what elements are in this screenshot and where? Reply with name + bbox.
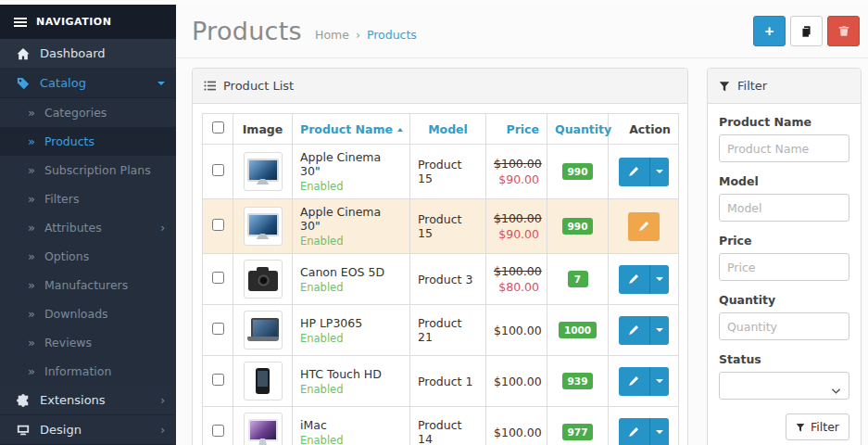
sidebar-item-reviews[interactable]: »Reviews [0, 328, 176, 357]
edit-dropdown-toggle[interactable] [649, 158, 669, 186]
column-header-image: Image [233, 114, 293, 145]
row-checkbox[interactable] [212, 425, 224, 437]
sidebar-item-categories[interactable]: »Categories [0, 98, 176, 127]
column-header-quantity[interactable]: Quantity [547, 114, 609, 145]
filter-price-input[interactable] [719, 253, 849, 281]
double-angle-icon: » [28, 336, 35, 350]
sidebar-item-catalog[interactable]: Catalog [0, 69, 176, 98]
row-select-cell [203, 305, 233, 356]
page-header: Products Home › Products + [176, 5, 868, 58]
filter-label: Price [719, 234, 849, 248]
product-image [244, 311, 283, 350]
edit-button[interactable] [619, 316, 649, 345]
select-all-checkbox[interactable] [212, 121, 224, 134]
row-checkbox[interactable] [212, 374, 224, 386]
pencil-icon [628, 324, 639, 336]
column-header-model[interactable]: Model [410, 114, 486, 145]
product-status: Enabled [300, 281, 402, 294]
column-header-label: Model [428, 122, 468, 136]
edit-split-button [619, 265, 669, 294]
edit-dropdown-toggle[interactable] [649, 265, 669, 294]
product-model: Product 14 [410, 407, 486, 445]
row-checkbox[interactable] [212, 323, 224, 335]
breadcrumb-products[interactable]: Products [367, 28, 417, 42]
page-title: Products [192, 17, 302, 45]
row-name-cell: HTC Touch HDEnabled [293, 356, 410, 407]
plus-icon: + [765, 22, 774, 41]
copy-product-button[interactable] [790, 16, 823, 46]
column-header-label: Product Name [300, 122, 393, 136]
edit-dropdown-toggle[interactable] [649, 367, 669, 396]
row-image-cell [233, 356, 293, 407]
delete-product-button[interactable] [827, 16, 860, 46]
product-status: Enabled [300, 235, 402, 248]
add-product-button[interactable]: + [753, 16, 786, 46]
sidebar-item-options[interactable]: »Options [0, 242, 176, 271]
column-header-label: Action [629, 122, 671, 136]
edit-button[interactable] [619, 367, 649, 396]
breadcrumb-home[interactable]: Home [315, 28, 349, 42]
column-header-product-name[interactable]: Product Name [293, 114, 410, 145]
product-model: Product 3 [410, 254, 486, 305]
product-price: $100.00 [494, 426, 539, 439]
sidebar-item-information[interactable]: »Information [0, 357, 176, 386]
edit-button[interactable] [619, 418, 649, 445]
row-action-cell [609, 305, 679, 356]
row-price-cell: $100.00$80.00 [486, 254, 547, 305]
filter-status-select[interactable] [719, 372, 849, 400]
product-name: HTC Touch HD [300, 367, 402, 381]
table-row: Canon EOS 5DEnabledProduct 3$100.00$80.0… [203, 254, 679, 305]
table-row: iMacEnabledProduct 14$100.00977 [203, 407, 679, 445]
product-model: Product 1 [410, 356, 486, 407]
double-angle-icon: » [28, 278, 35, 292]
sidebar-item-attributes[interactable]: »Attributes› [0, 213, 176, 242]
product-price: $100.00 [494, 375, 539, 388]
canon-camera-thumbnail [248, 271, 278, 291]
row-select-cell [203, 407, 233, 445]
edit-dropdown-toggle[interactable] [649, 316, 669, 345]
row-checkbox[interactable] [212, 219, 224, 231]
product-status: Enabled [300, 332, 402, 345]
sidebar-item-label: Products [44, 134, 165, 148]
sidebar-item-products[interactable]: »Products [0, 127, 176, 156]
filter-quantity-input[interactable] [719, 312, 849, 340]
filter-model-input[interactable] [719, 194, 849, 222]
sidebar-item-subscription-plans[interactable]: »Subscription Plans [0, 156, 176, 184]
filter-button[interactable]: Filter [786, 413, 849, 440]
product-image [244, 260, 283, 299]
product-price-new: $80.00 [494, 280, 539, 294]
filter-group-price: Price [719, 234, 849, 281]
sidebar-item-extensions[interactable]: Extensions › [0, 386, 176, 415]
product-status: Enabled [300, 180, 402, 193]
hp-laptop-thumbnail [247, 318, 279, 342]
filter-footer: Filter [719, 412, 849, 440]
filter-product-name-input[interactable] [719, 134, 849, 162]
caret-down-icon [656, 170, 663, 173]
product-name: Apple Cinema 30" [300, 205, 402, 233]
row-name-cell: Canon EOS 5DEnabled [293, 254, 410, 305]
htc-phone-thumbnail [256, 368, 270, 394]
product-image [244, 362, 283, 400]
pencil-icon [628, 375, 639, 387]
sidebar-item-downloads[interactable]: »Downloads [0, 299, 176, 328]
row-checkbox[interactable] [212, 164, 224, 176]
column-header-price[interactable]: Price [486, 114, 547, 145]
sidebar-item-design[interactable]: Design › [0, 415, 176, 445]
tag-icon [14, 77, 32, 90]
sidebar-item-dashboard[interactable]: Dashboard [0, 39, 176, 69]
sidebar-item-manufacturers[interactable]: »Manufacturers [0, 271, 176, 299]
row-quantity-cell: 7 [547, 254, 609, 305]
row-price-cell: $100.00 [486, 305, 547, 356]
funnel-icon [796, 423, 805, 432]
edit-button[interactable] [628, 212, 660, 241]
monitor-icon [14, 424, 32, 437]
sidebar-item-filters[interactable]: »Filters [0, 184, 176, 213]
status-select-wrap [719, 372, 849, 400]
double-angle-icon: » [28, 163, 35, 177]
edit-button[interactable] [619, 265, 649, 294]
edit-button[interactable] [619, 158, 649, 186]
home-icon [14, 47, 32, 60]
edit-dropdown-toggle[interactable] [649, 418, 669, 445]
row-checkbox[interactable] [212, 272, 224, 284]
row-action-cell [609, 145, 679, 199]
